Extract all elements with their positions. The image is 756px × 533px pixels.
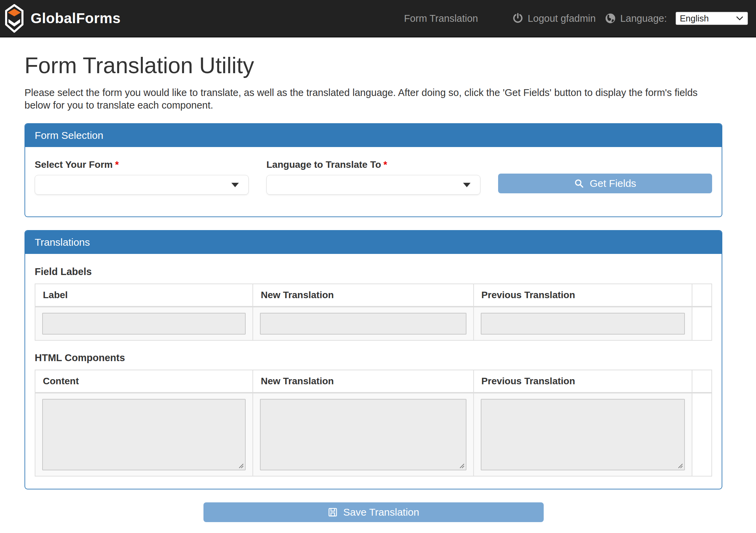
label-input[interactable] bbox=[42, 313, 246, 335]
resize-grip-icon[interactable] bbox=[459, 463, 465, 469]
html-components-row bbox=[35, 393, 712, 476]
previous-translation-cell bbox=[474, 307, 692, 340]
column-header-new-translation: New Translation bbox=[253, 370, 473, 393]
previous-translation-input[interactable] bbox=[481, 313, 685, 335]
logout-label: Logout gfadmin bbox=[528, 13, 596, 24]
save-icon bbox=[328, 507, 338, 517]
get-fields-button[interactable]: Get Fields bbox=[498, 174, 712, 193]
main-content: Form Translation Utility Please select t… bbox=[24, 52, 722, 522]
caret-down-icon bbox=[463, 183, 471, 187]
language-to-translate-label: Language to Translate To* bbox=[266, 159, 480, 170]
search-icon bbox=[574, 178, 584, 189]
navbar: GlobalForms Form Translation Logout gfad… bbox=[0, 0, 756, 37]
html-components-table: Content New Translation Previous Transla… bbox=[35, 370, 712, 477]
resize-grip-icon[interactable] bbox=[239, 463, 244, 469]
save-translation-button-label: Save Translation bbox=[343, 506, 419, 518]
column-header-new-translation: New Translation bbox=[253, 284, 473, 307]
select-form-label-text: Select Your Form bbox=[35, 159, 113, 170]
label-cell bbox=[35, 307, 253, 340]
column-header-empty bbox=[692, 370, 712, 393]
empty-cell bbox=[692, 307, 712, 340]
resize-grip-icon[interactable] bbox=[678, 463, 683, 469]
field-labels-row bbox=[35, 307, 712, 340]
intro-text: Please select the form you would like to… bbox=[24, 86, 722, 112]
content-textarea[interactable] bbox=[42, 399, 246, 470]
translations-panel-heading: Translations bbox=[25, 231, 722, 254]
caret-down-icon bbox=[231, 183, 239, 187]
field-labels-header-row: Label New Translation Previous Translati… bbox=[35, 284, 712, 307]
column-header-previous-translation: Previous Translation bbox=[474, 284, 692, 307]
translations-panel: Translations Field Labels Label New Tran… bbox=[24, 230, 722, 489]
field-labels-table: Label New Translation Previous Translati… bbox=[35, 284, 712, 341]
field-labels-heading: Field Labels bbox=[35, 266, 712, 277]
column-header-content: Content bbox=[35, 370, 253, 393]
new-translation-textarea[interactable] bbox=[260, 399, 466, 470]
required-asterisk: * bbox=[383, 159, 387, 170]
required-asterisk: * bbox=[115, 159, 119, 170]
navbar-right: Logout gfadmin Language: English bbox=[512, 12, 748, 25]
get-fields-button-label: Get Fields bbox=[590, 178, 636, 189]
column-header-previous-translation: Previous Translation bbox=[474, 370, 692, 393]
html-components-header-row: Content New Translation Previous Transla… bbox=[35, 370, 712, 393]
language-group: Language: bbox=[605, 13, 667, 24]
form-selection-panel-heading: Form Selection bbox=[25, 124, 722, 147]
brand-title: GlobalForms bbox=[31, 10, 121, 27]
save-row: Save Translation bbox=[24, 502, 722, 522]
logout-link[interactable]: Logout gfadmin bbox=[512, 13, 596, 24]
select-form-field: Select Your Form* bbox=[35, 159, 249, 195]
column-header-label: Label bbox=[35, 284, 253, 307]
new-translation-cell bbox=[253, 307, 473, 340]
form-selection-panel: Form Selection Select Your Form* Languag… bbox=[24, 123, 722, 217]
language-to-translate-field: Language to Translate To* bbox=[266, 159, 480, 195]
new-translation-cell bbox=[253, 393, 473, 476]
translations-panel-body: Field Labels Label New Translation Previ… bbox=[25, 254, 722, 489]
globe-icon bbox=[605, 13, 616, 24]
brand-link[interactable]: GlobalForms bbox=[5, 4, 121, 33]
form-select-dropdown[interactable] bbox=[35, 175, 249, 195]
empty-cell bbox=[692, 393, 712, 476]
html-components-heading: HTML Components bbox=[35, 352, 712, 364]
language-to-translate-label-text: Language to Translate To bbox=[266, 159, 381, 170]
content-cell bbox=[35, 393, 253, 476]
select-form-label: Select Your Form* bbox=[35, 159, 249, 170]
page-title: Form Translation Utility bbox=[24, 52, 722, 78]
save-translation-button[interactable]: Save Translation bbox=[203, 502, 544, 522]
language-select-dropdown[interactable] bbox=[266, 175, 480, 195]
column-header-empty bbox=[692, 284, 712, 307]
new-translation-input[interactable] bbox=[260, 313, 466, 335]
get-fields-col: Get Fields bbox=[498, 159, 712, 195]
previous-translation-cell bbox=[474, 393, 692, 476]
form-selection-panel-body: Select Your Form* Language to Translate … bbox=[25, 147, 722, 216]
language-label: Language: bbox=[620, 13, 667, 24]
language-select-wrap: English bbox=[676, 12, 748, 25]
power-icon bbox=[512, 13, 524, 24]
language-select[interactable]: English bbox=[676, 12, 748, 25]
globalforms-logo-icon bbox=[5, 4, 24, 33]
nav-item-form-translation[interactable]: Form Translation bbox=[404, 13, 478, 24]
previous-translation-textarea[interactable] bbox=[481, 399, 685, 470]
